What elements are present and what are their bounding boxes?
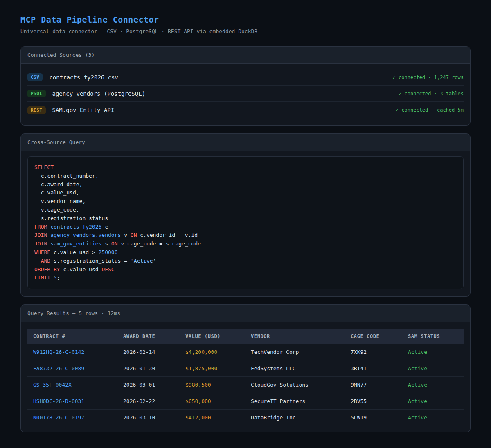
vendor-cell: FedSystems LLC [245, 360, 345, 377]
results-table-body: W912HQ-26-C-01422026-02-14$4,200,000Tech… [27, 344, 464, 425]
table-row: GS-35F-0042X2026-03-01$980,500CloudGov S… [27, 377, 464, 393]
sql-line: c.award_date, [34, 180, 457, 189]
contract-number-link[interactable]: N00178-26-C-0197 [27, 410, 117, 426]
source-status: ✓ connected · cached 5m [396, 107, 464, 113]
results-column-header: VALUE (USD) [180, 329, 245, 344]
sql-token [47, 241, 50, 247]
sql-token: v [121, 232, 130, 238]
sql-token: JOIN [34, 232, 47, 238]
source-type-badge: CSV [27, 73, 43, 81]
sql-token: FROM [34, 224, 47, 230]
source-name: agency_vendors (PostgreSQL) [52, 90, 146, 97]
sql-line: WHERE c.value_usd > 250000 [34, 248, 457, 257]
vendor-cell: DataBridge Inc [245, 410, 345, 426]
source-type-badge: REST [27, 106, 46, 114]
sql-code: SELECT c.contract_number, c.award_date, … [27, 156, 464, 289]
cage-code-cell: 3RT41 [345, 360, 402, 377]
sql-line: JOIN sam_gov_entities s ON v.cage_code =… [34, 240, 457, 248]
award-date-cell: 2026-01-30 [117, 360, 180, 377]
award-date-cell: 2026-02-14 [117, 344, 180, 360]
contract-number-link[interactable]: W912HQ-26-C-0142 [27, 344, 117, 360]
award-date-cell: 2026-03-01 [117, 377, 180, 393]
sql-token: agency_vendors.vendors [50, 232, 121, 238]
vendor-cell: CloudGov Solutions [245, 377, 345, 393]
sql-token: c.value_usd, [34, 189, 79, 196]
cross-source-query-header: Cross-Source Query [21, 134, 470, 151]
page-subtitle: Universal data connector — CSV · Postgre… [20, 28, 471, 34]
connected-sources-panel: Connected Sources (3) CSVcontracts_fy202… [20, 46, 471, 126]
sql-line: LIMIT 5; [34, 274, 457, 282]
source-row: RESTSAM.gov Entity API✓ connected · cach… [27, 102, 464, 118]
contract-number-link[interactable]: FA8732-26-C-0089 [27, 360, 117, 377]
sql-line: c.contract_number, [34, 172, 457, 180]
source-name: SAM.gov Entity API [52, 107, 115, 113]
sam-status-cell: Active [402, 377, 464, 393]
results-column-header: CONTRACT # [27, 329, 117, 344]
sql-line: ORDER BY c.value_usd DESC [34, 266, 457, 274]
value-usd-cell: $980,500 [180, 377, 245, 393]
results-column-header: SAM STATUS [402, 329, 464, 344]
value-usd-cell: $650,000 [180, 393, 245, 410]
query-results-panel: Query Results — 5 rows · 12ms CONTRACT #… [20, 304, 471, 432]
sql-token: WHERE [34, 249, 50, 255]
sql-line: AND s.registration_status = 'Active' [34, 257, 457, 266]
contract-number-link[interactable]: GS-35F-0042X [27, 377, 117, 393]
source-status: ✓ connected · 1,247 rows [393, 74, 464, 80]
sql-line: SELECT [34, 163, 457, 172]
sql-token [47, 224, 50, 230]
award-date-cell: 2026-02-22 [117, 393, 180, 410]
cage-code-cell: 7XK92 [345, 344, 402, 360]
value-usd-cell: $412,000 [180, 410, 245, 426]
source-row: PSQLagency_vendors (PostgreSQL)✓ connect… [27, 86, 464, 102]
source-list: CSVcontracts_fy2026.csv✓ connected · 1,2… [21, 64, 470, 125]
source-row: CSVcontracts_fy2026.csv✓ connected · 1,2… [27, 69, 464, 86]
sql-token: JOIN [34, 241, 47, 247]
results-column-header: AWARD DATE [117, 329, 180, 344]
sam-status-cell: Active [402, 344, 464, 360]
sql-token: c.value_usd [60, 266, 102, 272]
sql-token: AND [41, 258, 50, 264]
sql-token: DESC [101, 266, 114, 272]
award-date-cell: 2026-03-10 [117, 410, 180, 426]
table-row: N00178-26-C-01972026-03-10$412,000DataBr… [27, 410, 464, 426]
sql-token: 250000 [99, 249, 118, 255]
cage-code-cell: 2BV55 [345, 393, 402, 410]
sql-token: ON [111, 241, 118, 247]
sql-token: c.value_usd > [50, 249, 98, 255]
sql-token: s.registration_status [34, 215, 108, 221]
vendor-cell: SecureIT Partners [245, 393, 345, 410]
sql-token [47, 232, 50, 238]
sql-token: v.cage_code = s.cage_code [118, 241, 201, 247]
sql-line: v.cage_code, [34, 206, 457, 214]
value-usd-cell: $4,200,000 [180, 344, 245, 360]
results-column-header: VENDOR [245, 329, 345, 344]
sql-line: v.vendor_name, [34, 197, 457, 206]
table-row: HSHQDC-26-D-00312026-02-22$650,000Secure… [27, 393, 464, 410]
results-column-header: CAGE CODE [345, 329, 402, 344]
sql-line: c.value_usd, [34, 189, 457, 197]
sql-line: JOIN agency_vendors.vendors v ON c.vendo… [34, 231, 457, 240]
source-status: ✓ connected · 3 tables [399, 91, 464, 97]
sql-token: contracts_fy2026 [50, 224, 101, 230]
sam-status-cell: Active [402, 393, 464, 410]
value-usd-cell: $1,875,000 [180, 360, 245, 377]
sql-token: c [101, 224, 108, 230]
sql-token: c.contract_number, [34, 173, 99, 179]
source-type-badge: PSQL [27, 90, 46, 97]
sql-token: v.cage_code, [34, 207, 79, 213]
sql-line: FROM contracts_fy2026 c [34, 223, 457, 232]
sam-status-cell: Active [402, 410, 464, 426]
table-row: W912HQ-26-C-01422026-02-14$4,200,000Tech… [27, 344, 464, 360]
sql-token: LIMIT [34, 275, 50, 281]
sql-token: s [101, 241, 111, 247]
sql-token [34, 258, 41, 264]
sql-token: c.award_date, [34, 181, 82, 187]
sql-token: 5 [54, 275, 57, 281]
sql-token [50, 275, 54, 281]
sam-status-cell: Active [402, 360, 464, 377]
sql-token: ORDER BY [34, 266, 60, 272]
sql-token: ; [57, 275, 60, 281]
contract-number-link[interactable]: HSHQDC-26-D-0031 [27, 393, 117, 410]
results-table: CONTRACT #AWARD DATEVALUE (USD)VENDORCAG… [27, 329, 464, 425]
query-results-header: Query Results — 5 rows · 12ms [21, 305, 470, 322]
